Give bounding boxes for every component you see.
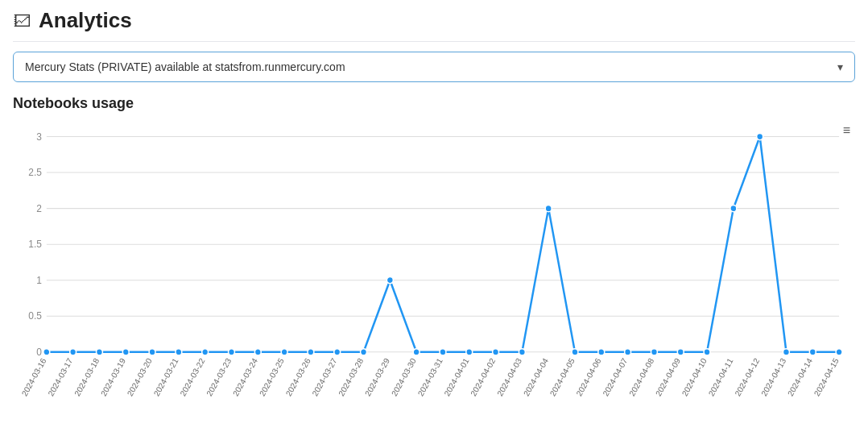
svg-text:2024-03-18: 2024-03-18 <box>72 356 101 397</box>
svg-text:2024-04-12: 2024-04-12 <box>734 356 762 397</box>
svg-point-37 <box>651 349 657 355</box>
svg-text:2024-04-09: 2024-04-09 <box>654 356 682 397</box>
svg-point-26 <box>361 349 367 355</box>
svg-point-21 <box>229 349 235 355</box>
svg-text:1: 1 <box>36 275 42 286</box>
svg-point-27 <box>386 277 393 284</box>
svg-point-14 <box>43 349 50 355</box>
svg-text:2024-03-25: 2024-03-25 <box>258 356 286 397</box>
svg-text:2024-04-08: 2024-04-08 <box>627 356 655 397</box>
svg-point-28 <box>413 349 420 355</box>
svg-text:2024-03-26: 2024-03-26 <box>284 356 312 397</box>
svg-text:0.5: 0.5 <box>28 310 42 322</box>
svg-point-44 <box>836 349 842 355</box>
chart-container: ≡ 00.511.522.532024-03-162024-03-172024-… <box>13 120 855 418</box>
svg-point-20 <box>202 349 209 355</box>
svg-text:2024-03-27: 2024-03-27 <box>311 356 339 397</box>
svg-text:1.5: 1.5 <box>28 239 42 250</box>
chevron-down-icon: ▾ <box>837 60 843 73</box>
section-title: Notebooks usage <box>13 95 855 112</box>
svg-text:0: 0 <box>36 347 42 358</box>
svg-point-40 <box>730 206 737 212</box>
dropdown-label: Mercury Stats (PRIVATE) available at sta… <box>25 60 345 73</box>
svg-text:2024-04-02: 2024-04-02 <box>469 356 497 397</box>
svg-point-29 <box>440 349 446 355</box>
svg-text:2024-04-13: 2024-04-13 <box>759 356 787 397</box>
svg-point-42 <box>783 349 789 355</box>
svg-text:2024-03-28: 2024-03-28 <box>337 356 365 397</box>
svg-text:2024-03-24: 2024-03-24 <box>231 356 259 397</box>
svg-text:2024-03-17: 2024-03-17 <box>47 356 75 397</box>
chart-svg: 00.511.522.532024-03-162024-03-172024-03… <box>13 120 855 418</box>
svg-point-22 <box>254 349 261 355</box>
analytics-icon: 🗠 <box>13 10 31 31</box>
chart-menu-icon[interactable]: ≡ <box>843 123 850 138</box>
svg-text:2024-04-07: 2024-04-07 <box>601 356 629 397</box>
svg-text:2024-03-16: 2024-03-16 <box>20 356 48 397</box>
svg-point-23 <box>281 349 287 355</box>
svg-point-30 <box>466 349 473 355</box>
svg-point-33 <box>545 206 552 212</box>
svg-text:2024-04-11: 2024-04-11 <box>707 356 735 397</box>
svg-text:2024-03-29: 2024-03-29 <box>363 356 391 397</box>
svg-text:2024-03-19: 2024-03-19 <box>99 356 127 397</box>
svg-point-38 <box>677 349 684 355</box>
svg-point-36 <box>625 349 631 355</box>
svg-text:2024-04-03: 2024-04-03 <box>495 356 523 397</box>
svg-point-39 <box>704 349 710 355</box>
svg-text:2024-03-21: 2024-03-21 <box>152 356 180 397</box>
svg-text:2: 2 <box>36 203 42 214</box>
svg-point-24 <box>308 349 314 355</box>
svg-point-15 <box>70 349 76 355</box>
stats-dropdown[interactable]: Mercury Stats (PRIVATE) available at sta… <box>13 52 855 82</box>
svg-text:2024-03-23: 2024-03-23 <box>205 356 233 397</box>
svg-point-32 <box>519 349 525 355</box>
svg-point-17 <box>122 349 129 355</box>
svg-point-41 <box>757 133 763 139</box>
page-title: Analytics <box>39 8 132 33</box>
svg-point-43 <box>809 349 816 355</box>
svg-point-16 <box>96 349 102 355</box>
svg-text:2024-03-31: 2024-03-31 <box>416 356 444 397</box>
svg-point-25 <box>334 349 341 355</box>
svg-text:2024-04-14: 2024-04-14 <box>786 356 814 397</box>
svg-text:2024-04-04: 2024-04-04 <box>522 356 550 397</box>
svg-point-31 <box>493 349 499 355</box>
svg-text:2024-03-20: 2024-03-20 <box>126 356 154 397</box>
svg-point-34 <box>572 349 578 355</box>
svg-text:2024-04-15: 2024-04-15 <box>812 356 841 397</box>
svg-text:2024-03-22: 2024-03-22 <box>179 356 207 397</box>
svg-point-19 <box>176 349 182 355</box>
svg-text:2024-03-30: 2024-03-30 <box>390 356 418 397</box>
svg-text:2024-04-10: 2024-04-10 <box>680 356 709 397</box>
svg-text:2.5: 2.5 <box>28 167 42 178</box>
svg-text:2024-04-06: 2024-04-06 <box>575 356 603 397</box>
page-header: 🗠 Analytics <box>13 8 855 42</box>
svg-point-18 <box>149 349 155 355</box>
svg-text:3: 3 <box>36 131 42 142</box>
svg-point-35 <box>598 349 605 355</box>
svg-text:2024-04-05: 2024-04-05 <box>548 356 577 397</box>
svg-text:2024-04-01: 2024-04-01 <box>443 356 471 397</box>
